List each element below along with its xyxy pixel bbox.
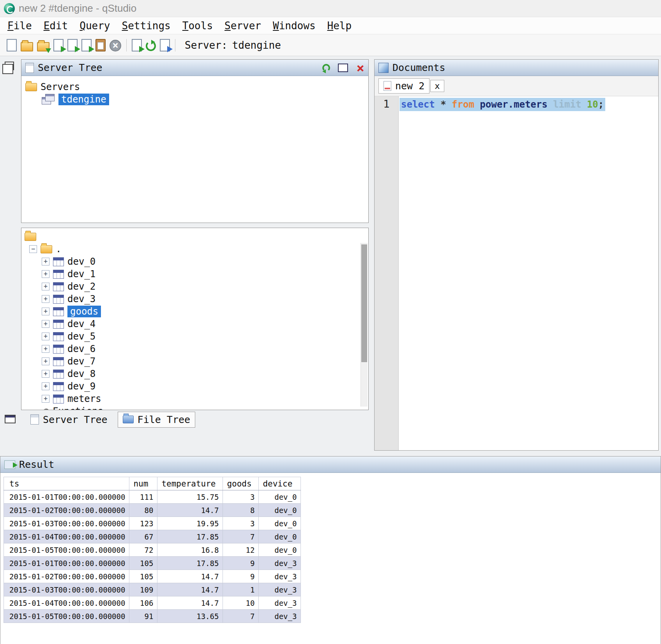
menu-item-server[interactable]: Server (219, 18, 267, 33)
table-cell: 7 (223, 610, 259, 623)
expand-icon[interactable]: + (42, 308, 49, 315)
table-row[interactable]: 2015-01-05T00:00:00.0000007216.812dev_0 (4, 543, 301, 557)
tree-item-dev_0[interactable]: +dev_0 (25, 255, 368, 268)
tree-item-functions[interactable]: Functions (25, 405, 368, 410)
table-row[interactable]: 2015-01-04T00:00:00.00000010614.710dev_3 (4, 596, 301, 610)
expand-icon[interactable]: + (42, 270, 49, 278)
menu-item-tools[interactable]: Tools (177, 18, 219, 33)
table-cell: dev_0 (259, 504, 301, 517)
tree-scrollbar-thumb[interactable] (361, 244, 367, 362)
menu-item-windows[interactable]: Windows (267, 18, 322, 33)
column-header-goods[interactable]: goods (223, 477, 259, 490)
column-header-device[interactable]: device (259, 477, 301, 490)
expand-icon[interactable]: + (42, 333, 49, 340)
expand-icon[interactable]: + (42, 258, 49, 265)
menu-item-edit[interactable]: Edit (38, 18, 74, 33)
table-cell: 19.95 (157, 517, 223, 530)
tree-item-dev_8[interactable]: +dev_8 (25, 368, 368, 380)
tree-root-folder-row[interactable] (25, 230, 368, 243)
table-cell: 8 (223, 504, 259, 517)
menu-item-query[interactable]: Query (74, 18, 116, 33)
minimized-panel-icon[interactable] (5, 415, 16, 423)
table-cell: dev_3 (259, 557, 301, 570)
restore-panels-icon[interactable] (5, 62, 14, 70)
tree-item-servers[interactable]: Servers (25, 81, 364, 93)
tree-item-meters[interactable]: +meters (25, 393, 368, 405)
sql-token (548, 99, 553, 110)
tree-item-dev_3[interactable]: +dev_3 (25, 293, 368, 305)
tree-item-root[interactable]: − . (25, 243, 368, 255)
maximize-icon[interactable] (338, 64, 348, 72)
tree-item-label: dev_3 (67, 294, 95, 304)
table-row[interactable]: 2015-01-04T00:00:00.0000006717.857dev_0 (4, 530, 301, 543)
tab-close-button[interactable]: x (430, 80, 444, 92)
tree-item-dev_4[interactable]: +dev_4 (25, 318, 368, 330)
tab-new-2[interactable]: new 2 (378, 78, 429, 94)
expand-icon[interactable]: + (42, 370, 49, 378)
execute-query-icon[interactable] (132, 39, 142, 51)
paste-icon[interactable] (95, 39, 106, 51)
documents-panel: Documents new 2 x 1 select * from power.… (374, 59, 659, 451)
tab-server-tree[interactable]: Server Tree (26, 412, 112, 427)
tdengine-label: tdengine (58, 94, 109, 105)
table-cell: 2015-01-05T00:00:00.000000 (4, 610, 129, 623)
tree-item-goods[interactable]: +goods (25, 305, 368, 318)
column-header-ts[interactable]: ts (4, 477, 129, 490)
table-row[interactable]: 2015-01-02T00:00:00.0000008014.78dev_0 (4, 504, 301, 517)
new-document-icon[interactable] (7, 39, 17, 51)
expand-icon[interactable]: + (42, 295, 49, 303)
menu-item-file[interactable]: File (2, 18, 38, 33)
menu-item-settings[interactable]: Settings (116, 18, 177, 33)
menu-item-help[interactable]: Help (322, 18, 358, 33)
collapse-icon[interactable]: − (29, 245, 37, 253)
tree-item-dev_2[interactable]: +dev_2 (25, 280, 368, 293)
expand-icon[interactable]: + (42, 320, 49, 328)
table-cell: 13.65 (157, 610, 223, 623)
table-row[interactable]: 2015-01-03T00:00:00.00000012319.953dev_0 (4, 517, 301, 530)
tree-item-dev_9[interactable]: +dev_9 (25, 380, 368, 393)
tree-item-dev_1[interactable]: +dev_1 (25, 268, 368, 280)
tree-item-dev_7[interactable]: +dev_7 (25, 355, 368, 368)
expand-icon[interactable]: + (42, 357, 49, 365)
tree-scrollbar[interactable] (361, 243, 368, 407)
append-query-icon[interactable] (81, 39, 92, 51)
send-query-icon[interactable] (67, 39, 78, 51)
open-file-icon[interactable] (21, 42, 33, 51)
column-header-num[interactable]: num (129, 477, 157, 490)
sql-token: ; (598, 99, 604, 110)
tab-file-tree[interactable]: File Tree (118, 412, 195, 428)
server-selector[interactable]: tdengine (232, 39, 281, 51)
table-cell: 2015-01-03T00:00:00.000000 (4, 517, 129, 530)
insert-query-icon[interactable] (53, 39, 64, 51)
expand-icon[interactable]: + (42, 283, 49, 290)
table-cell: 14.7 (157, 570, 223, 583)
table-cell: 106 (129, 596, 157, 610)
tree-item-tdengine[interactable]: tdengine (25, 93, 364, 106)
column-header-temperature[interactable]: temperature (157, 477, 223, 490)
table-row[interactable]: 2015-01-03T00:00:00.00000010914.71dev_3 (4, 583, 301, 596)
refresh-icon[interactable] (322, 64, 330, 72)
server-tree-title: Server Tree (38, 62, 103, 73)
expand-icon[interactable]: + (42, 345, 49, 353)
expand-icon[interactable]: + (42, 382, 49, 390)
tree-item-label: goods (67, 306, 101, 317)
refresh-icon[interactable] (146, 41, 156, 51)
table-row[interactable]: 2015-01-05T00:00:00.0000009113.657dev_3 (4, 610, 301, 623)
tree-item-dev_6[interactable]: +dev_6 (25, 343, 368, 355)
table-row[interactable]: 2015-01-01T00:00:00.00000011115.753dev_0 (4, 490, 301, 504)
folder-icon (41, 245, 52, 253)
close-icon[interactable]: × (357, 64, 364, 72)
export-icon[interactable] (160, 39, 170, 51)
table-cell: dev_3 (259, 610, 301, 623)
result-table[interactable]: tsnumtemperaturegoodsdevice 2015-01-01T0… (4, 477, 301, 623)
table-cell: dev_3 (259, 596, 301, 610)
tree-item-dev_5[interactable]: +dev_5 (25, 330, 368, 343)
table-row[interactable]: 2015-01-01T00:00:00.00000010517.859dev_3 (4, 557, 301, 570)
stop-icon[interactable] (110, 40, 121, 51)
sql-line: select * from power.meters limit 10; (399, 98, 605, 111)
sql-editor[interactable]: 1 select * from power.meters limit 10; (375, 96, 658, 450)
import-file-icon[interactable] (37, 42, 49, 51)
table-row[interactable]: 2015-01-02T00:00:00.00000010514.79dev_3 (4, 570, 301, 583)
code-area[interactable]: select * from power.meters limit 10; (399, 96, 658, 450)
expand-icon[interactable]: + (42, 395, 49, 403)
